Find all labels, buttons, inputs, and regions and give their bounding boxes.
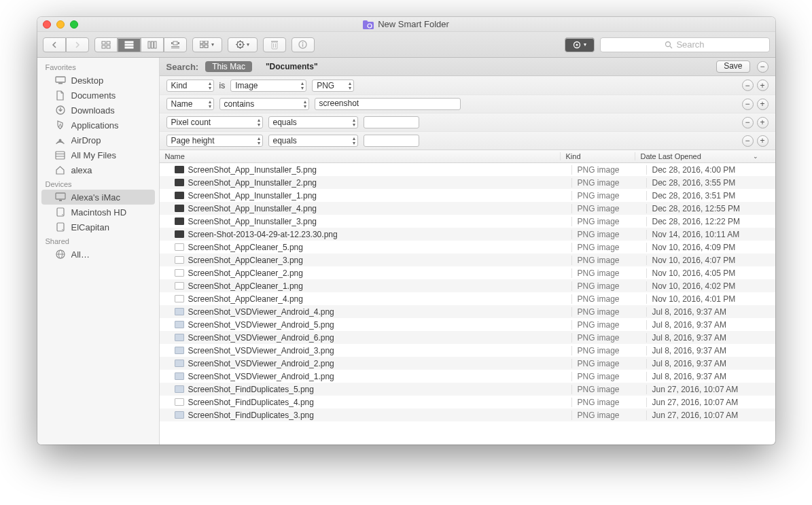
sidebar-item-applications[interactable]: AApplications: [41, 118, 155, 133]
sidebar-item-desktop[interactable]: Desktop: [41, 73, 155, 88]
documents-icon: [55, 90, 66, 101]
criteria-select[interactable]: Kind▴▾: [166, 80, 214, 92]
scope-documents[interactable]: "Documents": [259, 61, 325, 72]
airdrop-icon: [55, 135, 66, 145]
criteria-select[interactable]: equals▴▾: [268, 116, 358, 128]
table-row[interactable]: ScreenShot_App_Inunstaller_2.pngPNG imag…: [160, 176, 775, 189]
table-row[interactable]: ScreenShot_VSDViewer_Android_1.pngPNG im…: [160, 370, 775, 383]
arrange-menu[interactable]: ▾: [192, 37, 222, 52]
minimize-button[interactable]: [56, 20, 65, 29]
sidebar-item-elcapitan[interactable]: ElCapitan: [41, 220, 155, 234]
table-header: Name Kind Date Last Opened ⌄: [160, 150, 775, 163]
table-row[interactable]: ScreenShot_App_Inunstaller_5.pngPNG imag…: [160, 163, 775, 176]
titlebar: New Smart Folder: [37, 17, 775, 32]
search-input[interactable]: Search: [600, 37, 770, 52]
criteria-select[interactable]: Page height▴▾: [166, 135, 263, 147]
window-title-text: New Smart Folder: [378, 19, 449, 29]
sidebar-section-header: Favorites: [37, 60, 159, 73]
remove-criteria-button[interactable]: −: [742, 117, 754, 128]
view-coverflow-button[interactable]: [164, 37, 187, 52]
table-row[interactable]: ScreenShot_VSDViewer_Android_4.pngPNG im…: [160, 305, 775, 318]
file-list[interactable]: ScreenShot_App_Inunstaller_5.pngPNG imag…: [160, 163, 775, 445]
table-row[interactable]: ScreenShot_VSDViewer_Android_3.pngPNG im…: [160, 344, 775, 357]
sidebar-item-all-[interactable]: All…: [41, 247, 155, 262]
table-row[interactable]: ScreenShot_FindDuplicates_5.pngPNG image…: [160, 383, 775, 396]
zoom-button[interactable]: [70, 20, 78, 29]
table-row[interactable]: ScreenShot_VSDViewer_Android_2.pngPNG im…: [160, 357, 775, 370]
file-thumb-icon: [175, 360, 184, 367]
file-kind: PNG image: [571, 398, 646, 407]
table-row[interactable]: ScreenShot_VSDViewer_Android_6.pngPNG im…: [160, 331, 775, 344]
scope-this-mac[interactable]: This Mac: [205, 61, 252, 72]
column-name[interactable]: Name: [160, 152, 560, 160]
table-row[interactable]: ScreenShot_App_Inunstaller_4.pngPNG imag…: [160, 202, 775, 215]
file-kind: PNG image: [571, 411, 646, 420]
sidebar-item-label: Documents: [71, 90, 116, 101]
criteria-select[interactable]: PNG▴▾: [312, 80, 354, 92]
file-kind: PNG image: [571, 333, 646, 343]
file-date: Dec 28, 2016, 3:51 PM: [646, 191, 775, 201]
file-thumb-icon: [175, 205, 184, 212]
criteria-number-input[interactable]: [364, 135, 419, 147]
table-row[interactable]: ScreenShot_VSDViewer_Android_5.pngPNG im…: [160, 318, 775, 331]
table-row[interactable]: ScreenShot_AppCleaner_1.pngPNG imageNov …: [160, 279, 775, 292]
add-criteria-button[interactable]: +: [757, 99, 769, 110]
file-name: ScreenShot_VSDViewer_Android_6.png: [188, 333, 334, 343]
sidebar: FavoritesDesktopDocumentsDownloadsAAppli…: [37, 58, 160, 445]
svg-rect-24: [272, 42, 277, 49]
table-row[interactable]: ScreenShot_AppCleaner_2.pngPNG imageNov …: [160, 266, 775, 279]
save-button[interactable]: Save: [716, 60, 749, 73]
criteria-select[interactable]: Name▴▾: [166, 98, 214, 110]
sidebar-item-downloads[interactable]: Downloads: [41, 103, 155, 118]
sidebar-item-documents[interactable]: Documents: [41, 88, 155, 103]
add-criteria-button[interactable]: +: [757, 117, 769, 128]
sidebar-item-airdrop[interactable]: AirDrop: [41, 133, 155, 147]
table-row[interactable]: Screen-Shot-2013-04-29-at-12.23.30.pngPN…: [160, 228, 775, 241]
add-criteria-button[interactable]: +: [757, 135, 769, 147]
view-columns-button[interactable]: [141, 37, 164, 52]
table-row[interactable]: ScreenShot_AppCleaner_3.pngPNG imageNov …: [160, 254, 775, 266]
share-menu[interactable]: ▾: [565, 37, 595, 52]
action-menu[interactable]: ▾: [228, 37, 258, 52]
column-date[interactable]: Date Last Opened ⌄: [635, 152, 764, 160]
info-button[interactable]: [292, 37, 315, 52]
collapse-criteria-button[interactable]: −: [757, 61, 769, 73]
table-row[interactable]: ScreenShot_FindDuplicates_4.pngPNG image…: [160, 396, 775, 408]
desktop-icon: [55, 75, 66, 86]
window-title: New Smart Folder: [37, 19, 775, 29]
svg-rect-5: [102, 46, 105, 48]
criteria-number-input[interactable]: [364, 116, 419, 128]
file-thumb-icon: [175, 295, 184, 302]
file-kind: PNG image: [571, 204, 646, 213]
file-kind: PNG image: [571, 268, 646, 278]
criteria-text-input[interactable]: screenshot: [315, 98, 461, 110]
sidebar-item-alexa-s-imac[interactable]: Alexa's iMac: [41, 190, 155, 205]
sidebar-item-all-my-files[interactable]: All My Files: [41, 147, 155, 162]
table-row[interactable]: ScreenShot_AppCleaner_4.pngPNG imageNov …: [160, 292, 775, 305]
criteria-select[interactable]: Pixel count▴▾: [166, 116, 263, 128]
home-icon: [55, 164, 66, 175]
sidebar-item-label: Alexa's iMac: [71, 192, 121, 203]
add-criteria-button[interactable]: +: [757, 80, 769, 91]
forward-button[interactable]: [66, 37, 89, 52]
remove-criteria-button[interactable]: −: [742, 135, 754, 147]
close-button[interactable]: [43, 20, 51, 29]
view-icons-button[interactable]: [94, 37, 118, 52]
table-row[interactable]: ScreenShot_App_Inunstaller_1.pngPNG imag…: [160, 189, 775, 202]
view-list-button[interactable]: [118, 37, 141, 52]
remove-criteria-button[interactable]: −: [742, 80, 754, 91]
sidebar-item-macintosh-hd[interactable]: Macintosh HD: [41, 205, 155, 220]
table-row[interactable]: ScreenShot_App_Inunstaller_3.pngPNG imag…: [160, 215, 775, 228]
delete-button[interactable]: [263, 37, 286, 52]
table-row[interactable]: ScreenShot_FindDuplicates_3.pngPNG image…: [160, 408, 775, 421]
file-thumb-icon: [175, 398, 184, 406]
table-row[interactable]: ScreenShot_AppCleaner_5.pngPNG imageNov …: [160, 241, 775, 254]
criteria-select[interactable]: equals▴▾: [268, 135, 358, 147]
sidebar-item-alexa[interactable]: alexa: [41, 162, 155, 177]
column-kind[interactable]: Kind: [560, 152, 635, 160]
criteria-select[interactable]: Image▴▾: [230, 80, 306, 92]
file-date: Dec 28, 2016, 3:55 PM: [646, 178, 775, 188]
back-button[interactable]: [43, 37, 66, 52]
criteria-select[interactable]: contains▴▾: [219, 98, 309, 110]
remove-criteria-button[interactable]: −: [742, 99, 754, 110]
